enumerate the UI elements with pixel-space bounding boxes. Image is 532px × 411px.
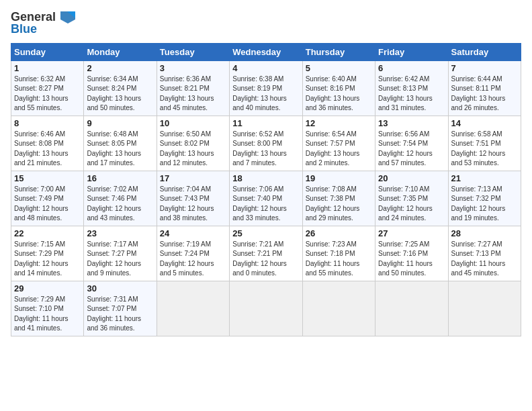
day-number: 5 (306, 63, 372, 73)
logo: General Blue (11, 11, 75, 36)
day-number: 20 (378, 173, 445, 183)
day-number: 1 (14, 63, 81, 73)
calendar-table: SundayMondayTuesdayWednesdayThursdayFrid… (11, 43, 521, 336)
calendar-cell: 6 Sunrise: 6:42 AMSunset: 8:13 PMDayligh… (375, 60, 448, 116)
calendar-cell (375, 281, 448, 336)
calendar-cell: 21 Sunrise: 7:13 AMSunset: 7:32 PMDaylig… (448, 171, 521, 226)
calendar-cell: 9 Sunrise: 6:48 AMSunset: 8:05 PMDayligh… (84, 116, 157, 171)
day-info: Sunrise: 6:50 AMSunset: 8:02 PMDaylight:… (160, 130, 226, 169)
day-info: Sunrise: 7:21 AMSunset: 7:21 PMDaylight:… (232, 240, 299, 279)
day-info: Sunrise: 6:36 AMSunset: 8:21 PMDaylight:… (160, 75, 226, 113)
day-info: Sunrise: 7:25 AMSunset: 7:16 PMDaylight:… (378, 240, 445, 279)
day-info: Sunrise: 6:32 AMSunset: 8:27 PMDaylight:… (14, 75, 81, 113)
day-info: Sunrise: 7:27 AMSunset: 7:13 PMDaylight:… (451, 240, 518, 279)
day-number: 29 (14, 283, 81, 293)
calendar-cell: 18 Sunrise: 7:06 AMSunset: 7:40 PMDaylig… (230, 171, 302, 226)
calendar-cell (302, 281, 375, 336)
day-info: Sunrise: 7:31 AMSunset: 7:07 PMDaylight:… (87, 295, 153, 334)
day-info: Sunrise: 7:06 AMSunset: 7:40 PMDaylight:… (232, 185, 299, 224)
day-info: Sunrise: 7:23 AMSunset: 7:18 PMDaylight:… (306, 240, 372, 279)
day-number: 23 (87, 228, 153, 238)
weekday-header-saturday: Saturday (448, 43, 521, 60)
day-info: Sunrise: 7:04 AMSunset: 7:43 PMDaylight:… (160, 185, 226, 224)
calendar-cell: 26 Sunrise: 7:23 AMSunset: 7:18 PMDaylig… (302, 226, 375, 281)
calendar-cell: 1 Sunrise: 6:32 AMSunset: 8:27 PMDayligh… (11, 60, 84, 116)
calendar-cell: 19 Sunrise: 7:08 AMSunset: 7:38 PMDaylig… (302, 171, 375, 226)
calendar-cell: 2 Sunrise: 6:34 AMSunset: 8:24 PMDayligh… (84, 60, 157, 116)
day-info: Sunrise: 7:02 AMSunset: 7:46 PMDaylight:… (87, 185, 153, 224)
calendar-cell: 12 Sunrise: 6:54 AMSunset: 7:57 PMDaylig… (302, 116, 375, 171)
day-number: 8 (14, 118, 81, 128)
weekday-header-sunday: Sunday (11, 43, 84, 60)
day-info: Sunrise: 6:44 AMSunset: 8:11 PMDaylight:… (451, 75, 518, 113)
calendar-cell: 22 Sunrise: 7:15 AMSunset: 7:29 PMDaylig… (11, 226, 84, 281)
calendar-cell: 23 Sunrise: 7:17 AMSunset: 7:27 PMDaylig… (84, 226, 157, 281)
calendar-cell: 27 Sunrise: 7:25 AMSunset: 7:16 PMDaylig… (375, 226, 448, 281)
day-info: Sunrise: 6:34 AMSunset: 8:24 PMDaylight:… (87, 75, 153, 113)
weekday-header-friday: Friday (375, 43, 448, 60)
calendar-cell (448, 281, 521, 336)
day-info: Sunrise: 7:08 AMSunset: 7:38 PMDaylight:… (306, 185, 372, 224)
day-number: 18 (232, 173, 299, 183)
day-number: 21 (451, 173, 518, 183)
day-number: 24 (160, 228, 226, 238)
day-number: 16 (87, 173, 153, 183)
day-number: 27 (378, 228, 445, 238)
day-number: 7 (451, 63, 518, 73)
day-info: Sunrise: 7:00 AMSunset: 7:49 PMDaylight:… (14, 185, 81, 224)
day-info: Sunrise: 6:56 AMSunset: 7:54 PMDaylight:… (378, 130, 445, 169)
day-number: 10 (160, 118, 226, 128)
weekday-header-thursday: Thursday (302, 43, 375, 60)
day-number: 25 (232, 228, 299, 238)
day-info: Sunrise: 7:13 AMSunset: 7:32 PMDaylight:… (451, 185, 518, 224)
page-header: General Blue (11, 11, 521, 36)
calendar-cell: 13 Sunrise: 6:56 AMSunset: 7:54 PMDaylig… (375, 116, 448, 171)
calendar-cell: 14 Sunrise: 6:58 AMSunset: 7:51 PMDaylig… (448, 116, 521, 171)
day-info: Sunrise: 7:10 AMSunset: 7:35 PMDaylight:… (378, 185, 445, 224)
day-info: Sunrise: 7:29 AMSunset: 7:10 PMDaylight:… (14, 295, 81, 334)
day-number: 22 (14, 228, 81, 238)
day-info: Sunrise: 6:52 AMSunset: 8:00 PMDaylight:… (232, 130, 299, 169)
day-info: Sunrise: 6:40 AMSunset: 8:16 PMDaylight:… (306, 75, 372, 113)
calendar-cell: 20 Sunrise: 7:10 AMSunset: 7:35 PMDaylig… (375, 171, 448, 226)
day-number: 6 (378, 63, 445, 73)
day-info: Sunrise: 6:46 AMSunset: 8:08 PMDaylight:… (14, 130, 81, 169)
day-number: 26 (306, 228, 372, 238)
calendar-cell: 3 Sunrise: 6:36 AMSunset: 8:21 PMDayligh… (157, 60, 229, 116)
day-info: Sunrise: 6:38 AMSunset: 8:19 PMDaylight:… (232, 75, 299, 113)
day-info: Sunrise: 7:19 AMSunset: 7:24 PMDaylight:… (160, 240, 226, 279)
calendar-cell: 4 Sunrise: 6:38 AMSunset: 8:19 PMDayligh… (230, 60, 302, 116)
day-info: Sunrise: 6:48 AMSunset: 8:05 PMDaylight:… (87, 130, 153, 169)
calendar-cell: 29 Sunrise: 7:29 AMSunset: 7:10 PMDaylig… (11, 281, 84, 336)
calendar-cell: 11 Sunrise: 6:52 AMSunset: 8:00 PMDaylig… (230, 116, 302, 171)
day-number: 2 (87, 63, 153, 73)
day-number: 11 (232, 118, 299, 128)
day-number: 4 (232, 63, 299, 73)
calendar-cell: 16 Sunrise: 7:02 AMSunset: 7:46 PMDaylig… (84, 171, 157, 226)
day-number: 17 (160, 173, 226, 183)
weekday-header-monday: Monday (84, 43, 157, 60)
calendar-cell (230, 281, 302, 336)
calendar-cell: 5 Sunrise: 6:40 AMSunset: 8:16 PMDayligh… (302, 60, 375, 116)
day-info: Sunrise: 7:15 AMSunset: 7:29 PMDaylight:… (14, 240, 81, 279)
calendar-cell: 30 Sunrise: 7:31 AMSunset: 7:07 PMDaylig… (84, 281, 157, 336)
weekday-header-tuesday: Tuesday (157, 43, 229, 60)
day-number: 28 (451, 228, 518, 238)
day-number: 30 (87, 283, 153, 293)
day-number: 15 (14, 173, 81, 183)
day-info: Sunrise: 7:17 AMSunset: 7:27 PMDaylight:… (87, 240, 153, 279)
day-number: 13 (378, 118, 445, 128)
calendar-cell: 8 Sunrise: 6:46 AMSunset: 8:08 PMDayligh… (11, 116, 84, 171)
day-number: 3 (160, 63, 226, 73)
day-info: Sunrise: 6:54 AMSunset: 7:57 PMDaylight:… (306, 130, 372, 169)
calendar-cell: 17 Sunrise: 7:04 AMSunset: 7:43 PMDaylig… (157, 171, 229, 226)
day-info: Sunrise: 6:58 AMSunset: 7:51 PMDaylight:… (451, 130, 518, 169)
calendar-cell: 15 Sunrise: 7:00 AMSunset: 7:49 PMDaylig… (11, 171, 84, 226)
calendar-cell: 10 Sunrise: 6:50 AMSunset: 8:02 PMDaylig… (157, 116, 229, 171)
calendar-cell: 7 Sunrise: 6:44 AMSunset: 8:11 PMDayligh… (448, 60, 521, 116)
calendar-cell (157, 281, 229, 336)
calendar-cell: 28 Sunrise: 7:27 AMSunset: 7:13 PMDaylig… (448, 226, 521, 281)
day-number: 9 (87, 118, 153, 128)
day-number: 19 (306, 173, 372, 183)
calendar-cell: 24 Sunrise: 7:19 AMSunset: 7:24 PMDaylig… (157, 226, 229, 281)
